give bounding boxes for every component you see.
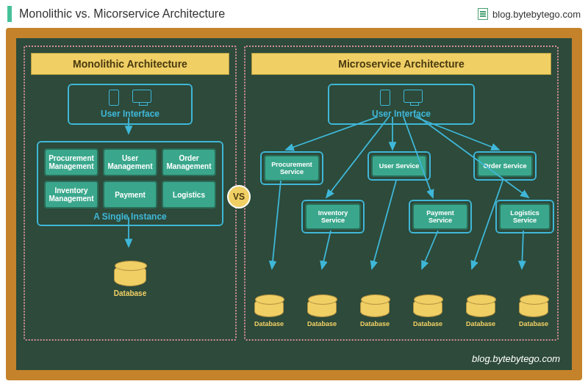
mono-module: Logistics [162, 181, 216, 209]
micro-database: Database [466, 298, 495, 327]
accent-bar [7, 6, 12, 22]
page-title: Monolithic vs. Micorservice Architecture [19, 7, 225, 21]
mono-module: Procurement Management [44, 148, 98, 176]
micro-db-row: Database Database Database Database Data… [254, 298, 548, 327]
mono-module: Payment [103, 181, 157, 209]
microservice-panel: Microservice Architecture User Interface… [244, 46, 559, 341]
database-icon [360, 298, 390, 317]
microservice-title: Microservice Architecture [251, 53, 551, 75]
source-text: blog.bytebytego.com [492, 9, 581, 20]
db-label: Database [307, 320, 337, 327]
monolithic-panel: Monolithic Architecture User Interface P… [24, 46, 237, 341]
svg-line-10 [472, 181, 503, 269]
page-icon [478, 8, 488, 20]
svg-line-11 [322, 231, 331, 269]
database-icon [413, 298, 442, 317]
database-icon [307, 298, 337, 317]
database-icon [254, 298, 284, 317]
phone-icon [109, 90, 119, 106]
db-label: Database [413, 320, 442, 327]
monolithic-title: Monolithic Architecture [31, 53, 229, 75]
svg-line-12 [422, 231, 438, 269]
micro-database: Database [254, 298, 284, 327]
mono-db-label: Database [114, 289, 146, 297]
wood-frame: Monolithic Architecture User Interface P… [6, 28, 582, 380]
svg-line-2 [286, 117, 378, 150]
micro-database: Database [519, 298, 548, 327]
database-icon [114, 264, 146, 286]
db-label: Database [254, 320, 284, 327]
db-label: Database [466, 320, 495, 327]
micro-database: Database [307, 298, 337, 327]
mono-module: Order Management [162, 148, 216, 176]
monitor-icon [132, 90, 151, 103]
source-link: blog.bytebytego.com [478, 8, 581, 20]
db-label: Database [360, 320, 390, 327]
db-label: Database [519, 320, 548, 327]
footer-credit: blog.bytebytego.com [472, 353, 560, 364]
mono-module: Inventory Management [44, 181, 98, 209]
svg-line-9 [372, 181, 396, 269]
micro-database: Database [360, 298, 390, 327]
mono-database: Database [108, 264, 152, 297]
micro-database: Database [413, 298, 442, 327]
svg-line-8 [272, 181, 281, 269]
chalkboard: Monolithic Architecture User Interface P… [16, 38, 572, 370]
mono-instance-box: Procurement Management User Management O… [37, 141, 223, 226]
svg-line-13 [522, 231, 523, 269]
phone-icon [380, 90, 390, 106]
database-icon [466, 298, 495, 317]
vs-badge: VS [227, 185, 251, 209]
page-header: Monolithic vs. Micorservice Architecture… [0, 0, 588, 28]
database-icon [519, 298, 548, 317]
monitor-icon [404, 90, 423, 103]
mono-module: User Management [103, 148, 157, 176]
